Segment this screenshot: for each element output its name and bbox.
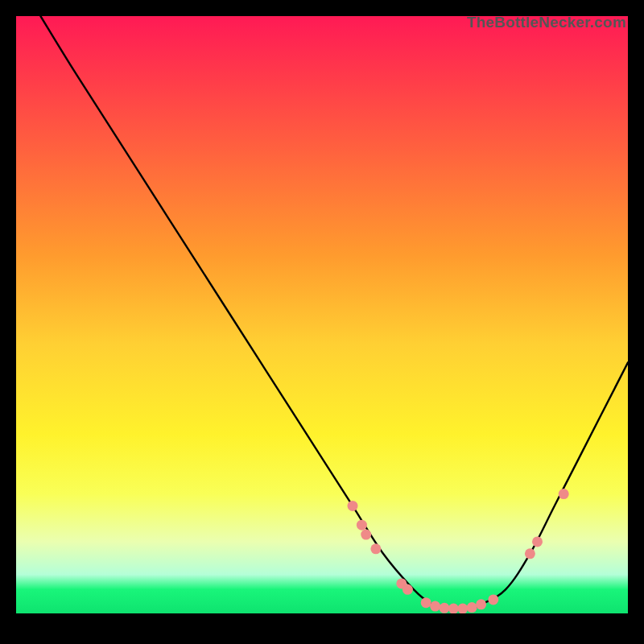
chart-marker [457, 604, 468, 613]
chart-marker [421, 597, 431, 608]
chart-marker [440, 603, 450, 613]
chart-marker [357, 520, 367, 530]
chart-marker [532, 536, 543, 547]
chart-marker [348, 501, 358, 511]
watermark-text: TheBottleNecker.com [467, 14, 626, 31]
chart-frame: TheBottleNecker.com [16, 16, 628, 628]
chart-marker [488, 594, 498, 605]
chart-marker [467, 602, 477, 613]
chart-marker [370, 543, 381, 554]
chart-svg [16, 16, 628, 613]
chart-marker [525, 548, 535, 559]
chart-marker [559, 489, 569, 499]
chart-marker [361, 530, 371, 540]
chart-marker [476, 599, 486, 609]
chart-marker [430, 601, 440, 612]
chart-curve [40, 16, 628, 609]
chart-markers [348, 489, 569, 613]
chart-plot-area [16, 16, 628, 613]
chart-marker [448, 604, 459, 613]
chart-bottom-border [16, 613, 628, 628]
chart-marker [402, 584, 413, 595]
